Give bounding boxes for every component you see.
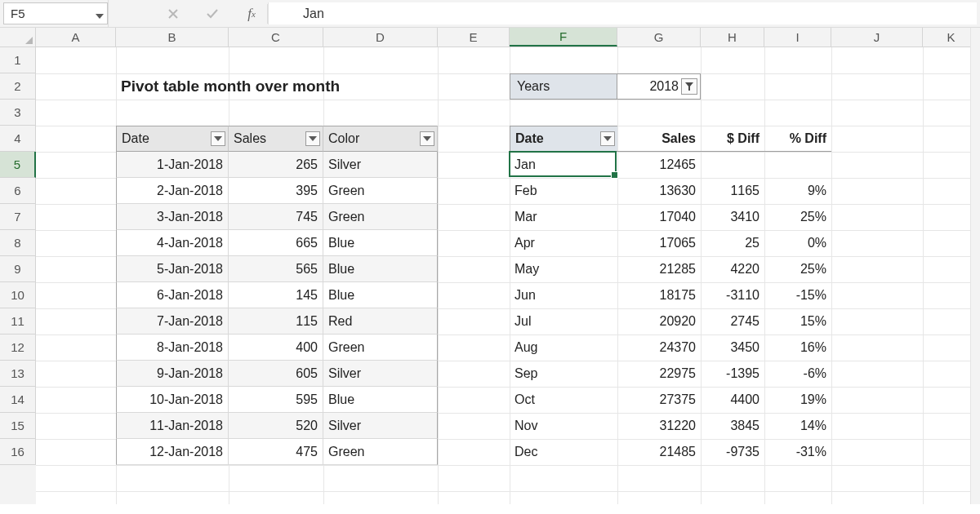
table-row[interactable]: 6-Jan-2018 bbox=[116, 282, 229, 308]
table-row[interactable]: Silver bbox=[323, 361, 438, 387]
pivot-row-pct[interactable]: -31% bbox=[764, 439, 831, 465]
pivot-row-diff[interactable]: 3450 bbox=[701, 335, 764, 361]
table-row[interactable]: Silver bbox=[323, 413, 438, 439]
pivot-row-sales[interactable]: 31220 bbox=[617, 413, 701, 439]
pivot-row-month[interactable]: Aug bbox=[510, 335, 617, 361]
pivot-row-month[interactable]: Nov bbox=[510, 413, 617, 439]
pivot-row-diff[interactable]: 25 bbox=[701, 230, 764, 256]
table-row[interactable]: 9-Jan-2018 bbox=[116, 361, 229, 387]
row-header-6[interactable]: 6 bbox=[0, 178, 36, 204]
table-row[interactable]: 5-Jan-2018 bbox=[116, 256, 229, 282]
pivot-row-sales[interactable]: 17065 bbox=[617, 230, 701, 256]
row-header-10[interactable]: 10 bbox=[0, 282, 36, 308]
table-row[interactable]: 145 bbox=[229, 282, 323, 308]
pivot-row-month[interactable]: Mar bbox=[510, 204, 617, 230]
table-row[interactable]: Green bbox=[323, 178, 438, 204]
table-row[interactable]: 115 bbox=[229, 308, 323, 335]
pivot-header-diff[interactable]: % Diff bbox=[764, 126, 831, 152]
select-all-corner[interactable] bbox=[0, 28, 36, 47]
pivot-row-pct[interactable]: 14% bbox=[764, 413, 831, 439]
table-row[interactable]: Red bbox=[323, 308, 438, 335]
table-row[interactable]: 665 bbox=[229, 230, 323, 256]
pivot-row-pct[interactable]: 25% bbox=[764, 204, 831, 230]
table-row[interactable]: 265 bbox=[229, 152, 323, 178]
row-header-7[interactable]: 7 bbox=[0, 204, 36, 230]
pivot-header-sales[interactable]: Sales bbox=[617, 126, 701, 152]
cancel-icon[interactable] bbox=[166, 7, 180, 21]
row-header-16[interactable]: 16 bbox=[0, 439, 36, 465]
row-header-12[interactable]: 12 bbox=[0, 335, 36, 361]
pivot-row-pct[interactable]: 25% bbox=[764, 256, 831, 282]
table-row[interactable]: 12-Jan-2018 bbox=[116, 439, 229, 465]
table-row[interactable]: Green bbox=[323, 439, 438, 465]
spreadsheet-grid[interactable]: ABCDEFGHIJK 12345678910111213141516 Pivo… bbox=[0, 28, 980, 504]
row-header-14[interactable]: 14 bbox=[0, 387, 36, 413]
table-row[interactable]: 2-Jan-2018 bbox=[116, 178, 229, 204]
table-row[interactable]: 4-Jan-2018 bbox=[116, 230, 229, 256]
table-row[interactable]: 520 bbox=[229, 413, 323, 439]
row-header-8[interactable]: 8 bbox=[0, 230, 36, 256]
table-row[interactable]: 745 bbox=[229, 204, 323, 230]
pivot-row-month[interactable]: Sep bbox=[510, 361, 617, 387]
column-header-H[interactable]: H bbox=[701, 28, 764, 47]
column-header-G[interactable]: G bbox=[617, 28, 701, 47]
pivot-row-month[interactable]: Oct bbox=[510, 387, 617, 413]
row-header-2[interactable]: 2 bbox=[0, 73, 36, 100]
table-row[interactable]: Silver bbox=[323, 152, 438, 178]
table-row[interactable]: 3-Jan-2018 bbox=[116, 204, 229, 230]
table-row[interactable]: Green bbox=[323, 335, 438, 361]
pivot-row-diff[interactable]: 1165 bbox=[701, 178, 764, 204]
row-header-4[interactable]: 4 bbox=[0, 126, 36, 152]
pivot-row-diff[interactable]: -3110 bbox=[701, 282, 764, 308]
column-header-F[interactable]: F bbox=[510, 28, 617, 47]
pivot-row-month[interactable]: Apr bbox=[510, 230, 617, 256]
column-header-C[interactable]: C bbox=[229, 28, 323, 47]
table-row[interactable]: 10-Jan-2018 bbox=[116, 387, 229, 413]
table-row[interactable]: Blue bbox=[323, 256, 438, 282]
pivot-row-diff[interactable]: 4400 bbox=[701, 387, 764, 413]
fx-icon[interactable]: fx bbox=[244, 7, 259, 21]
pivot-row-diff[interactable] bbox=[701, 152, 764, 178]
column-header-A[interactable]: A bbox=[36, 28, 116, 47]
formula-input[interactable]: Jan bbox=[268, 2, 977, 24]
pivot-row-sales[interactable]: 22975 bbox=[617, 361, 701, 387]
pivot-row-month[interactable]: Dec bbox=[510, 439, 617, 465]
pivot-date-dropdown[interactable] bbox=[600, 131, 615, 146]
column-header-J[interactable]: J bbox=[831, 28, 923, 47]
row-header-13[interactable]: 13 bbox=[0, 361, 36, 387]
pivot-row-diff[interactable]: 2745 bbox=[701, 308, 764, 335]
table-row[interactable]: 11-Jan-2018 bbox=[116, 413, 229, 439]
pivot-row-sales[interactable]: 24370 bbox=[617, 335, 701, 361]
table-row[interactable]: Blue bbox=[323, 282, 438, 308]
pivot-row-sales[interactable]: 27375 bbox=[617, 387, 701, 413]
filter-dropdown-sales[interactable] bbox=[305, 131, 320, 146]
row-header-9[interactable]: 9 bbox=[0, 256, 36, 282]
row-header-15[interactable]: 15 bbox=[0, 413, 36, 439]
pivot-row-sales[interactable]: 21285 bbox=[617, 256, 701, 282]
column-header-D[interactable]: D bbox=[323, 28, 438, 47]
pivot-row-pct[interactable]: 9% bbox=[764, 178, 831, 204]
pivot-row-diff[interactable]: -9735 bbox=[701, 439, 764, 465]
pivot-row-diff[interactable]: 3410 bbox=[701, 204, 764, 230]
filter-dropdown-color[interactable] bbox=[420, 131, 434, 146]
pivot-row-diff[interactable]: -1395 bbox=[701, 361, 764, 387]
pivot-row-sales[interactable]: 13630 bbox=[617, 178, 701, 204]
pivot-header-date[interactable]: Date bbox=[510, 126, 617, 152]
table-row[interactable]: 8-Jan-2018 bbox=[116, 335, 229, 361]
name-box-dropdown-icon[interactable] bbox=[96, 7, 104, 21]
table-row[interactable]: 565 bbox=[229, 256, 323, 282]
column-header-I[interactable]: I bbox=[764, 28, 831, 47]
table-header-sales[interactable]: Sales bbox=[229, 126, 323, 152]
confirm-icon[interactable] bbox=[205, 7, 220, 21]
pivot-row-pct[interactable]: -15% bbox=[764, 282, 831, 308]
column-header-B[interactable]: B bbox=[116, 28, 229, 47]
column-header-E[interactable]: E bbox=[438, 28, 510, 47]
pivot-row-month[interactable]: Feb bbox=[510, 178, 617, 204]
cells-area[interactable]: Pivot table month over monthDateSalesCol… bbox=[36, 47, 980, 504]
table-row[interactable]: Green bbox=[323, 204, 438, 230]
pivot-row-month[interactable]: Jun bbox=[510, 282, 617, 308]
pivot-row-month[interactable]: Jan bbox=[510, 152, 617, 178]
table-row[interactable]: 400 bbox=[229, 335, 323, 361]
table-row[interactable]: 395 bbox=[229, 178, 323, 204]
table-header-date[interactable]: Date bbox=[116, 126, 229, 152]
